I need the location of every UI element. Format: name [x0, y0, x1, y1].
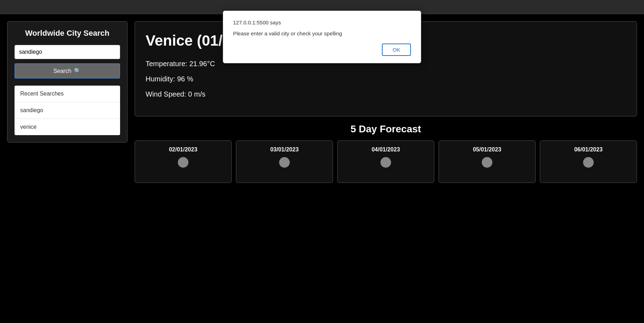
dialog-message: Please enter a valid city or check your …: [233, 30, 411, 36]
dialog-overlay: 127.0.0.1:5500 says Please enter a valid…: [0, 0, 644, 323]
dialog-box: 127.0.0.1:5500 says Please enter a valid…: [223, 11, 421, 63]
dialog-ok-button[interactable]: OK: [382, 44, 411, 56]
dialog-source: 127.0.0.1:5500 says: [233, 19, 411, 25]
dialog-actions: OK: [233, 44, 411, 56]
